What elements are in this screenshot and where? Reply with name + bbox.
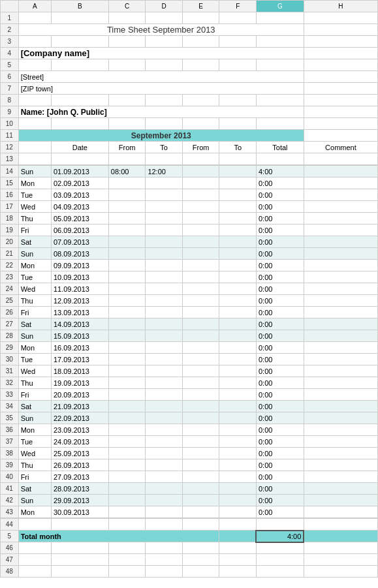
date-cell: 17.09.2013: [51, 354, 108, 365]
to1-cell: [146, 189, 183, 201]
to1-cell: [146, 495, 183, 506]
to2-cell: [219, 248, 257, 260]
to1-cell: [146, 236, 183, 248]
day-cell: Thu: [18, 377, 51, 389]
total-cell: 0:00: [256, 483, 304, 495]
to2-cell: [219, 412, 257, 424]
to1-cell: [146, 295, 183, 307]
from1-cell: [108, 342, 146, 354]
row-2: 2 Time Sheet September 2013: [1, 24, 378, 36]
from1-cell: [108, 283, 146, 295]
to2-cell: [219, 436, 257, 448]
date-cell: 02.09.2013: [51, 178, 108, 189]
sheet-title: Time Sheet September 2013: [18, 24, 304, 36]
data-row: 23 Tue 10.09.2013 0:00: [1, 271, 378, 283]
spreadsheet: A B C D E F G H 1 2 Time Sheet September…: [0, 0, 378, 165]
to2-cell: [219, 271, 257, 283]
from1-cell: [108, 483, 146, 495]
day-cell: Sat: [18, 318, 51, 330]
day-cell: Fri: [18, 471, 51, 483]
to1-cell: [146, 412, 183, 424]
day-cell: Tue: [18, 436, 51, 448]
to1-cell: [146, 506, 183, 518]
to1-cell: [146, 448, 183, 459]
to2-cell: [219, 178, 257, 189]
from1-cell: [108, 307, 146, 318]
from1-cell: [108, 354, 146, 365]
date-cell: 11.09.2013: [51, 283, 108, 295]
date-cell: 14.09.2013: [51, 318, 108, 330]
data-row: 35 Sun 22.09.2013 0:00: [1, 412, 378, 424]
from1-cell: [108, 495, 146, 506]
to2-cell: [219, 260, 257, 271]
from1-cell: [108, 448, 146, 459]
day-cell: Wed: [18, 283, 51, 295]
total-month-value: 4:00: [256, 531, 304, 542]
row-6: 6 [Street]: [1, 71, 378, 83]
row-44: 44: [1, 519, 378, 531]
day-cell: Wed: [18, 365, 51, 377]
date-cell: 03.09.2013: [51, 189, 108, 201]
total-cell: 0:00: [256, 248, 304, 260]
data-row: 25 Thu 12.09.2013 0:00: [1, 295, 378, 307]
comment-cell: [304, 166, 377, 178]
data-row: 40 Fri 27.09.2013 0:00: [1, 471, 378, 483]
to2-col-header: To: [219, 142, 257, 153]
row-11: 11 September 2013: [1, 130, 378, 142]
to2-cell: [219, 495, 257, 506]
col-e-header: E: [182, 1, 219, 12]
to2-cell: [219, 213, 257, 224]
date-cell: 19.09.2013: [51, 377, 108, 389]
date-cell: 27.09.2013: [51, 471, 108, 483]
day-cell: Tue: [18, 271, 51, 283]
date-cell: 23.09.2013: [51, 424, 108, 436]
from2-cell: [182, 213, 219, 224]
comment-cell: [304, 236, 377, 248]
data-row: 18 Thu 05.09.2013 0:00: [1, 213, 378, 224]
col-b-header: B: [51, 1, 108, 12]
col-c-header: C: [108, 1, 146, 12]
comment-cell: [304, 224, 377, 236]
from2-cell: [182, 448, 219, 459]
total-cell: 0:00: [256, 318, 304, 330]
date-cell: 09.09.2013: [51, 260, 108, 271]
from1-cell: [108, 424, 146, 436]
from1-cell: [108, 330, 146, 342]
to1-cell: [146, 459, 183, 471]
from1-cell: [108, 401, 146, 412]
to2-cell: [219, 318, 257, 330]
from2-cell: [182, 178, 219, 189]
comment-cell: [304, 506, 377, 518]
day-cell: Sun: [18, 330, 51, 342]
to2-cell: [219, 377, 257, 389]
to2-cell: [219, 330, 257, 342]
date-cell: 16.09.2013: [51, 342, 108, 354]
total-cell: 0:00: [256, 295, 304, 307]
total-cell: 0:00: [256, 307, 304, 318]
date-cell: 06.09.2013: [51, 224, 108, 236]
row-46: 46: [1, 542, 378, 554]
from1-cell: [108, 260, 146, 271]
day-cell: Sat: [18, 483, 51, 495]
day-cell: Fri: [18, 307, 51, 318]
from2-cell: [182, 354, 219, 365]
to1-cell: [146, 389, 183, 401]
data-row: 14 Sun 01.09.2013 08:00 12:00 4:00: [1, 166, 378, 178]
to1-cell: [146, 178, 183, 189]
day-cell: Tue: [18, 354, 51, 365]
comment-cell: [304, 178, 377, 189]
comment-col-header: Comment: [304, 142, 377, 153]
from2-cell: [182, 483, 219, 495]
day-cell: Tue: [18, 189, 51, 201]
data-row: 33 Fri 20.09.2013 0:00: [1, 389, 378, 401]
day-cell: Wed: [18, 448, 51, 459]
row-7: 7 [ZIP town]: [1, 83, 378, 95]
from1-cell: [108, 412, 146, 424]
to2-cell: [219, 389, 257, 401]
comment-cell: [304, 401, 377, 412]
from2-cell: [182, 471, 219, 483]
to2-cell: [219, 448, 257, 459]
from2-cell: [182, 506, 219, 518]
to1-cell: [146, 483, 183, 495]
from2-cell: [182, 271, 219, 283]
